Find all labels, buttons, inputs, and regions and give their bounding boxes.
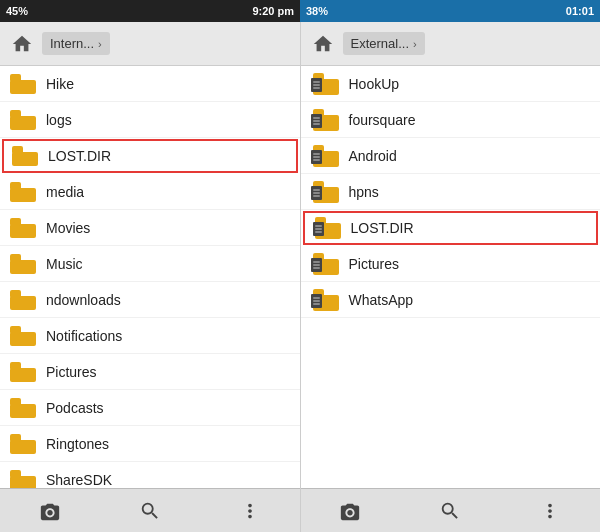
svg-rect-51 — [313, 189, 320, 191]
file-name: media — [46, 184, 290, 200]
internal-folder-icon — [10, 182, 36, 202]
internal-folder-icon — [10, 470, 36, 489]
svg-rect-16 — [10, 368, 36, 382]
list-item[interactable]: Android — [301, 138, 601, 174]
list-item[interactable]: Pictures — [301, 246, 601, 282]
list-item[interactable]: ShareSDK — [0, 462, 300, 488]
left-file-list[interactable]: Hike logs LOST.DIR media Movies — [0, 66, 300, 488]
svg-rect-65 — [313, 267, 320, 269]
internal-folder-icon — [10, 218, 36, 238]
svg-rect-63 — [313, 261, 320, 263]
svg-rect-41 — [313, 123, 320, 125]
list-item[interactable]: Music — [0, 246, 300, 282]
internal-folder-icon — [10, 398, 36, 418]
internal-folder-icon — [10, 254, 36, 274]
svg-rect-0 — [10, 80, 36, 94]
left-panel-header: Intern... › — [0, 22, 300, 66]
svg-rect-69 — [313, 297, 320, 299]
left-time: 9:20 pm — [252, 5, 294, 17]
left-more-button[interactable] — [230, 493, 270, 529]
right-add-button[interactable] — [330, 493, 370, 529]
svg-rect-4 — [12, 152, 38, 166]
list-item[interactable]: WhatsApp — [301, 282, 601, 318]
list-item[interactable]: Movies — [0, 210, 300, 246]
svg-rect-17 — [10, 362, 21, 370]
svg-rect-57 — [315, 225, 322, 227]
list-item[interactable]: hpns — [301, 174, 601, 210]
list-item[interactable]: media — [0, 174, 300, 210]
file-name: foursquare — [349, 112, 591, 128]
right-toolbar — [301, 488, 601, 532]
right-breadcrumb[interactable]: External... › — [343, 32, 425, 55]
right-more-button[interactable] — [530, 493, 570, 529]
list-item[interactable]: HookUp — [301, 66, 601, 102]
file-name: hpns — [349, 184, 591, 200]
file-name: logs — [46, 112, 290, 128]
svg-rect-1 — [10, 74, 21, 82]
svg-rect-15 — [10, 326, 21, 334]
file-name: Pictures — [349, 256, 591, 272]
svg-rect-45 — [313, 153, 320, 155]
internal-folder-icon — [10, 74, 36, 94]
right-file-list[interactable]: HookUp foursquare Android — [301, 66, 601, 488]
file-name: LOST.DIR — [48, 148, 288, 164]
svg-rect-18 — [10, 404, 36, 418]
list-item[interactable]: Pictures — [0, 354, 300, 390]
file-name: ndownloads — [46, 292, 290, 308]
svg-rect-47 — [313, 159, 320, 161]
list-item[interactable]: foursquare — [301, 102, 601, 138]
file-name: Movies — [46, 220, 290, 236]
list-item[interactable]: LOST.DIR — [2, 139, 298, 173]
svg-rect-19 — [10, 398, 21, 406]
svg-rect-6 — [10, 188, 36, 202]
svg-rect-21 — [10, 434, 21, 442]
right-panel-header: External... › — [301, 22, 601, 66]
list-item[interactable]: Ringtones — [0, 426, 300, 462]
svg-rect-34 — [313, 84, 320, 86]
right-home-icon[interactable] — [309, 30, 337, 58]
breadcrumb-arrow-icon: › — [98, 38, 102, 50]
svg-rect-13 — [10, 290, 21, 298]
left-home-icon[interactable] — [8, 30, 36, 58]
external-folder-icon — [311, 109, 339, 131]
external-folder-icon — [311, 253, 339, 275]
left-toolbar — [0, 488, 300, 532]
list-item[interactable]: LOST.DIR — [303, 211, 599, 245]
svg-rect-7 — [10, 182, 21, 190]
right-search-button[interactable] — [430, 493, 470, 529]
file-name: Podcasts — [46, 400, 290, 416]
file-name: Ringtones — [46, 436, 290, 452]
svg-rect-59 — [315, 231, 322, 233]
svg-rect-64 — [313, 264, 320, 266]
left-search-button[interactable] — [130, 493, 170, 529]
svg-rect-11 — [10, 254, 21, 262]
internal-folder-icon — [12, 146, 38, 166]
internal-folder-icon — [10, 110, 36, 130]
svg-rect-40 — [313, 120, 320, 122]
list-item[interactable]: ndownloads — [0, 282, 300, 318]
file-name: ShareSDK — [46, 472, 290, 488]
list-item[interactable]: Notifications — [0, 318, 300, 354]
external-folder-icon — [311, 181, 339, 203]
list-item[interactable]: Podcasts — [0, 390, 300, 426]
svg-rect-9 — [10, 218, 21, 226]
file-name: WhatsApp — [349, 292, 591, 308]
svg-rect-71 — [313, 303, 320, 305]
list-item[interactable]: logs — [0, 102, 300, 138]
internal-folder-icon — [10, 290, 36, 310]
external-folder-icon — [313, 217, 341, 239]
internal-folder-icon — [10, 362, 36, 382]
internal-folder-icon — [10, 434, 36, 454]
svg-rect-2 — [10, 116, 36, 130]
left-breadcrumb[interactable]: Intern... › — [42, 32, 110, 55]
right-battery: 38% — [306, 5, 328, 17]
external-folder-icon — [311, 289, 339, 311]
right-breadcrumb-arrow-icon: › — [413, 38, 417, 50]
list-item[interactable]: Hike — [0, 66, 300, 102]
svg-rect-58 — [315, 228, 322, 230]
left-add-button[interactable] — [30, 493, 70, 529]
file-name: HookUp — [349, 76, 591, 92]
right-time: 01:01 — [566, 5, 594, 17]
svg-rect-8 — [10, 224, 36, 238]
file-name: Pictures — [46, 364, 290, 380]
